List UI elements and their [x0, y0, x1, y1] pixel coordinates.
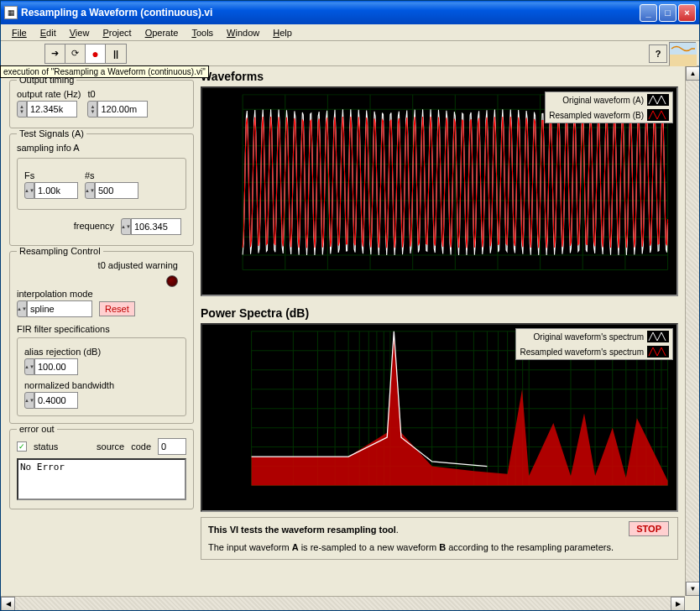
run-button[interactable]: ➔	[45, 44, 65, 63]
test-signals-group: Test Signals (A) sampling info A Fs ▲▼ #…	[9, 133, 194, 246]
legend-original-a: Original waveform (A)	[562, 96, 644, 105]
scroll-left-button[interactable]: ◀	[1, 597, 15, 610]
help-button[interactable]: ?	[649, 44, 667, 63]
svg-text:0.0: 0.0	[228, 177, 239, 186]
minimize-button[interactable]: _	[640, 4, 657, 22]
info-line1: This VI tests the waveform resampling to…	[208, 525, 396, 535]
svg-text:1k: 1k	[525, 488, 534, 498]
run-continuous-button[interactable]: ⟳	[65, 44, 86, 63]
alias-rej-label: alias rejection (dB)	[24, 347, 179, 357]
scroll-down-button[interactable]: ▼	[686, 582, 699, 596]
code-label: code	[131, 441, 151, 452]
legend-resampled-b: Resampled waveform (B)	[549, 111, 644, 120]
error-code-input[interactable]	[158, 438, 186, 455]
error-out-group: error out ✓ status source code No Error	[9, 429, 194, 509]
svg-text:-60.0: -60.0	[230, 384, 248, 394]
svg-rect-1	[670, 55, 697, 66]
svg-text:48.7: 48.7	[405, 273, 421, 282]
stop-button[interactable]: STOP	[629, 521, 669, 536]
ns-spinner[interactable]: ▲▼	[85, 182, 95, 199]
svg-text:-160.0: -160.0	[225, 481, 248, 490]
svg-text:Time: Time	[446, 285, 464, 295]
resampling-control-title: Resampling Control	[17, 246, 103, 256]
context-help-icon[interactable]	[669, 42, 696, 65]
close-button[interactable]: ×	[678, 4, 696, 22]
svg-text:-0.50: -0.50	[221, 214, 239, 223]
svg-text:0.25: 0.25	[224, 159, 239, 169]
svg-text:0.50: 0.50	[224, 141, 239, 150]
scroll-right-button[interactable]: ▶	[671, 597, 685, 610]
app-icon: ▦	[4, 6, 18, 19]
interp-mode-label: interpolation mode	[17, 289, 186, 299]
norm-bw-input[interactable]	[34, 392, 78, 409]
t0-label: t0	[87, 89, 148, 99]
power-spectra-chart[interactable]: Original waveform's spectrum Resampled w…	[201, 323, 678, 512]
error-status-checkbox[interactable]: ✓	[17, 441, 27, 452]
svg-text:49.0: 49.0	[660, 273, 675, 282]
output-rate-input[interactable]	[27, 101, 77, 118]
info-line2a: The input waveform	[208, 542, 292, 552]
menu-tools[interactable]: Tools	[185, 26, 219, 39]
svg-text:All WDTs: All WDTs	[206, 165, 216, 199]
svg-text:0.0: 0.0	[237, 326, 248, 336]
frequency-spinner[interactable]: ▲▼	[121, 218, 131, 235]
menu-operate[interactable]: Operate	[139, 26, 185, 39]
scroll-up-button[interactable]: ▲	[686, 66, 699, 81]
sampling-info-label: sampling info A	[17, 143, 186, 153]
titlebar[interactable]: ▦ Resampling a Waveform (continuous).vi …	[1, 1, 699, 24]
alias-rej-spinner[interactable]: ▲▼	[24, 358, 34, 375]
t0-spinner[interactable]: ▲▼	[87, 101, 97, 118]
legend-original-spectrum: Original waveform's spectrum	[534, 332, 644, 342]
waveforms-legend: Original waveform (A) Resampled waveform…	[545, 91, 673, 123]
fir-spec-label: FIR filter specifications	[17, 324, 186, 334]
toolbar: ➔ ⟳ ● || ?	[1, 41, 699, 66]
output-rate-spinner[interactable]: ▲▼	[17, 101, 27, 118]
vertical-scrollbar[interactable]: ▲ ▼	[685, 66, 699, 596]
t0-warn-label: t0 adjusted warning	[98, 260, 178, 270]
interp-spinner[interactable]: ▲▼	[17, 300, 27, 317]
menu-window[interactable]: Window	[221, 26, 265, 39]
svg-text:100: 100	[384, 488, 397, 498]
error-text-output[interactable]: No Error	[17, 458, 186, 500]
norm-bw-spinner[interactable]: ▲▼	[24, 392, 34, 409]
power-spectra-title: Power Spectra (dB)	[201, 306, 678, 320]
menu-file[interactable]: File	[6, 26, 33, 39]
menu-view[interactable]: View	[64, 26, 96, 39]
t0-input[interactable]	[97, 101, 148, 118]
svg-text:10k: 10k	[661, 488, 676, 498]
abort-button[interactable]: ●	[86, 44, 106, 63]
svg-text:-0.25: -0.25	[221, 196, 239, 205]
horizontal-scrollbar[interactable]: ◀ ▶	[1, 596, 685, 610]
waveforms-chart[interactable]: Original waveform (A) Resampled waveform…	[201, 86, 678, 296]
svg-text:10: 10	[247, 488, 255, 498]
pause-button[interactable]: ||	[106, 44, 126, 63]
test-signals-title: Test Signals (A)	[17, 128, 86, 138]
source-label: source	[97, 441, 124, 452]
interp-mode-input[interactable]	[27, 300, 92, 317]
window-title: Resampling a Waveform (continuous).vi	[21, 7, 640, 18]
spectra-legend: Original waveform's spectrum Resampled w…	[515, 328, 673, 360]
svg-text:48.9: 48.9	[575, 273, 590, 282]
alias-rej-input[interactable]	[34, 358, 78, 375]
svg-text:1.0: 1.0	[228, 104, 239, 113]
fs-label: Fs	[24, 170, 78, 180]
ns-input[interactable]	[95, 182, 138, 199]
reset-button[interactable]: Reset	[99, 301, 135, 316]
svg-text:-20.0: -20.0	[230, 346, 248, 355]
svg-text:-100.0: -100.0	[225, 423, 248, 432]
svg-text:48.8: 48.8	[490, 273, 505, 282]
menu-help[interactable]: Help	[267, 26, 298, 39]
waveforms-title: Waveforms	[201, 70, 678, 83]
svg-text:-120.0: -120.0	[225, 442, 248, 452]
resampling-control-group: Resampling Control t0 adjusted warning i…	[9, 251, 194, 424]
menu-edit[interactable]: Edit	[34, 26, 62, 39]
info-line2b: is re-sampled to a new waveform	[299, 542, 440, 552]
maximize-button[interactable]: □	[659, 4, 676, 22]
legend-resampled-spectrum: Resampled waveform's spectrum	[520, 347, 644, 357]
menu-project[interactable]: Project	[97, 26, 137, 39]
svg-text:-0.75: -0.75	[221, 232, 239, 242]
fs-input[interactable]	[34, 182, 78, 199]
frequency-input[interactable]	[131, 218, 181, 235]
status-label: status	[34, 441, 58, 452]
fs-spinner[interactable]: ▲▼	[24, 182, 34, 199]
